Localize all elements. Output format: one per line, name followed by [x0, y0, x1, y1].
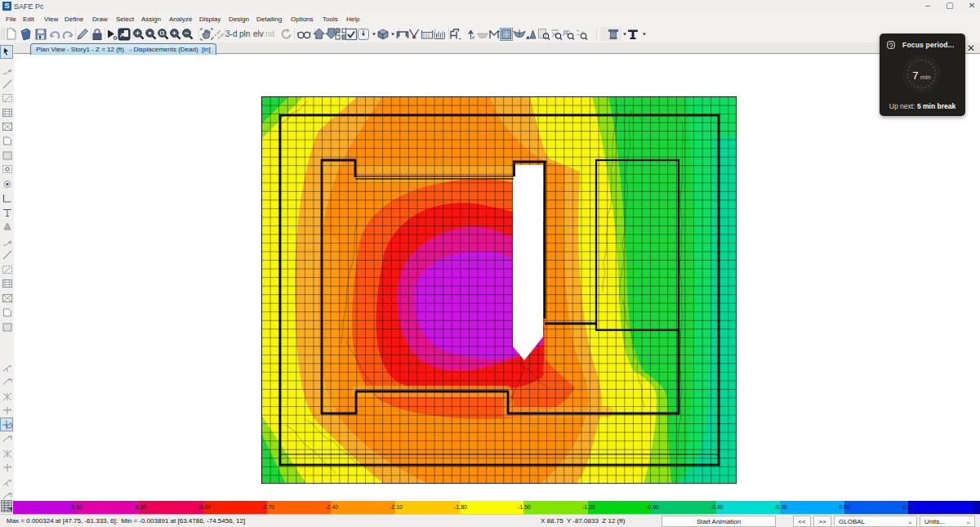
- svg-text:nd: nd: [265, 29, 274, 38]
- svg-text:elv: elv: [253, 29, 264, 38]
- svg-text:3-d: 3-d: [225, 29, 237, 38]
- svg-text:pln: pln: [239, 29, 250, 38]
